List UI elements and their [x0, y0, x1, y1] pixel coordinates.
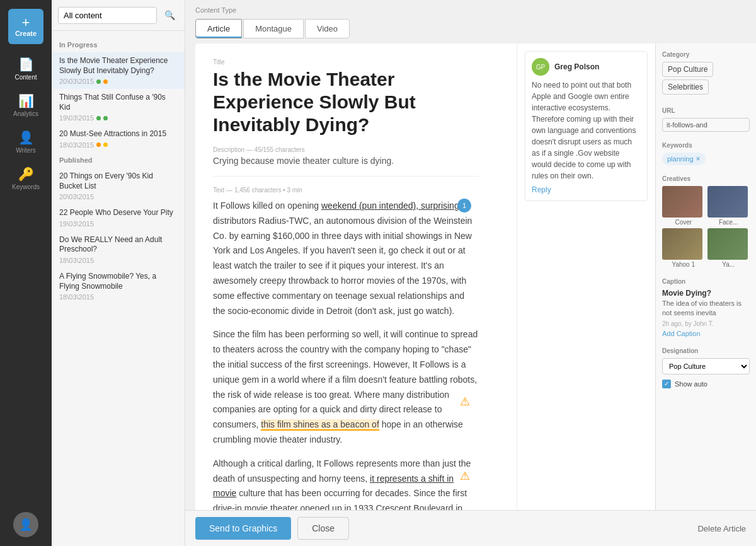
list-item-title: 22 People Who Deserve Your Pity [59, 208, 177, 218]
user-avatar[interactable]: 👤 [13, 512, 38, 537]
creatives-section: Creatives Cover Face... Yahoo 1 [662, 175, 750, 268]
plus-icon: + [22, 16, 30, 30]
tab-video[interactable]: Video [305, 19, 350, 38]
create-label: Create [15, 30, 37, 37]
list-item-title: Things That Still Confuse a '90s Kid [59, 93, 177, 112]
comment-panel: GP Greg Polson No need to point out that… [517, 44, 655, 510]
comment-block: GP Greg Polson No need to point out that… [525, 51, 648, 201]
creatives-label: Creatives [662, 175, 750, 182]
creative-item-2[interactable]: Face... [707, 186, 750, 226]
tab-montague[interactable]: Montague [243, 19, 304, 38]
article-body[interactable]: It Follows killed on opening weekend (pu… [213, 199, 479, 510]
comment-header: GP Greg Polson [532, 58, 641, 76]
caption-section: Caption Movie Dying? The idea of vio the… [662, 278, 750, 337]
status-dot-orange [103, 79, 108, 84]
close-button[interactable]: Close [297, 517, 349, 540]
sidebar-item-label-keywords: Keywords [12, 183, 40, 190]
content-filter-select[interactable]: All content My content Drafts [58, 7, 157, 24]
list-item-meta: 18\03\2015 [59, 141, 177, 149]
sidebar-item-content[interactable]: 📄 Content [0, 50, 52, 87]
article-description[interactable]: Crying because movie theater culture is … [213, 156, 479, 177]
reply-link[interactable]: Reply [532, 185, 641, 194]
content-filter: All content My content Drafts 🔍 [52, 0, 185, 31]
list-item[interactable]: 22 People Who Deserve Your Pity 19\03\20… [52, 204, 185, 231]
sidebar-item-label-writers: Writers [16, 147, 35, 154]
editor-container: Title Is the Movie Theater Experience Sl… [185, 44, 756, 510]
category-tag-2[interactable]: Selebrities [662, 79, 709, 95]
list-item-meta: 18\03\2015 [59, 293, 177, 301]
right-panel: Category Pop Culture Selebrities URL it-… [655, 44, 756, 510]
show-auto-row: Show auto [662, 380, 750, 388]
list-item-title: 20 Must-See Attractions in 2015 [59, 129, 177, 139]
add-caption-link[interactable]: Add Caption [662, 330, 750, 337]
creatives-grid: Cover Face... Yahoo 1 Ya... [662, 186, 750, 268]
send-to-graphics-button[interactable]: Send to Graphics [195, 517, 291, 540]
keyword-remove-icon[interactable]: × [696, 154, 701, 163]
creative-label-4: Ya... [707, 261, 750, 268]
sidebar-item-label-analytics: Analytics [13, 110, 38, 117]
sidebar: + Create 📄 Content 📊 Analytics 👤 Writers… [0, 0, 52, 546]
caption-meta: 2h ago, by John T. [662, 320, 750, 327]
highlighted-text: this film shines as a beacon of [261, 419, 379, 431]
creative-item-4[interactable]: Ya... [707, 228, 750, 268]
designation-label: Designation [662, 347, 750, 354]
list-item[interactable]: Do We REALLY Need an Adult Preschool? 18… [52, 231, 185, 268]
text-label: Text — 1,456 characters • 3 min [213, 187, 479, 194]
keyword-tag[interactable]: planning × [662, 153, 706, 165]
comment-avatar: GP [532, 58, 549, 76]
create-button[interactable]: + Create [8, 9, 43, 44]
sidebar-item-keywords[interactable]: 🔑 Keywords [0, 160, 52, 197]
keywords-icon: 🔑 [18, 166, 34, 182]
creative-thumb-4 [707, 228, 748, 260]
status-dot [103, 142, 108, 147]
underline-text: weekend (pun intended), surprising [321, 200, 459, 211]
creative-thumb-3 [662, 228, 702, 260]
list-item[interactable]: 20 Must-See Attractions in 2015 18\03\20… [52, 125, 185, 153]
show-auto-label: Show auto [675, 380, 707, 388]
body-paragraph-3: Although a critical darling, It Follows … [213, 456, 479, 510]
bottom-bar: Send to Graphics Close Delete Article [185, 510, 756, 546]
list-item-meta: 19\03\2015 [59, 114, 177, 122]
in-progress-header: In Progress [52, 37, 185, 52]
designation-select[interactable]: Pop Culture News Entertainment [662, 358, 750, 375]
list-item-meta: 18\03\2015 [59, 257, 177, 264]
warning-marker-1[interactable]: ⚠ [459, 395, 471, 408]
content-icon: 📄 [18, 57, 34, 72]
keywords-section: Keywords planning × [662, 142, 750, 165]
search-button[interactable]: 🔍 [161, 6, 178, 24]
sidebar-item-writers[interactable]: 👤 Writers [0, 124, 52, 160]
sidebar-item-analytics[interactable]: 📊 Analytics [0, 87, 52, 124]
comment-marker[interactable]: 1 [457, 199, 471, 212]
list-item[interactable]: A Flying Snowmobile? Yes, a Flying Snowm… [52, 268, 185, 305]
underline-text-2: it represents a shift in movie [213, 473, 454, 499]
content-type-label: Content Type [195, 6, 746, 14]
category-tag-1[interactable]: Pop Culture [662, 62, 713, 77]
list-item[interactable]: Things That Still Confuse a '90s Kid 19\… [52, 89, 185, 125]
list-item-title: Is the Movie Theater Experience Slowly B… [59, 56, 177, 76]
list-item-meta: 20\03\2015 [59, 193, 177, 200]
content-list: In Progress Is the Movie Theater Experie… [52, 31, 185, 546]
warning-marker-2[interactable]: ⚠ [459, 470, 471, 483]
creative-thumb-2 [707, 186, 748, 218]
caption-text: The idea of vio theaters is not seems in… [662, 299, 750, 318]
creative-item-1[interactable]: Cover [662, 186, 705, 226]
desc-label: Description — 45/155 characters [213, 146, 479, 153]
keyword-text: planning [667, 155, 694, 163]
url-value[interactable]: it-follows-and [662, 118, 750, 132]
article-editor: Title Is the Movie Theater Experience Sl… [195, 44, 517, 510]
show-auto-checkbox[interactable] [662, 380, 671, 388]
tabs: Article Montague Video [195, 19, 746, 38]
delete-article-button[interactable]: Delete Article [697, 524, 746, 533]
list-item[interactable]: Is the Movie Theater Experience Slowly B… [52, 52, 185, 89]
list-item[interactable]: 20 Things on Every '90s Kid Bucket List … [52, 168, 185, 204]
article-title[interactable]: Is the Movie Theater Experience Slowly B… [213, 68, 479, 136]
content-type-bar: Content Type Article Montague Video [185, 0, 756, 38]
list-item-meta: 20\03\2015 [59, 78, 177, 85]
creative-item-3[interactable]: Yahoo 1 [662, 228, 705, 268]
bottom-bar-left: Send to Graphics Close [195, 517, 349, 540]
category-section: Category Pop Culture Selebrities [662, 51, 750, 97]
keywords-label: Keywords [662, 142, 750, 149]
tab-article[interactable]: Article [195, 19, 242, 38]
status-dot [96, 116, 101, 120]
category-label: Category [662, 51, 750, 58]
